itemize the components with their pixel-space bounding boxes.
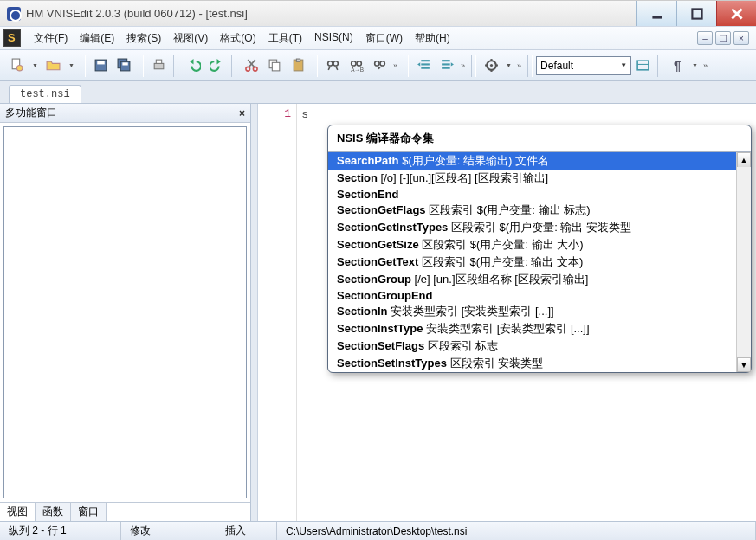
toolbar-overflow3-icon[interactable]: » (514, 61, 524, 70)
autocomplete-item[interactable]: Section [/o] [-][un.][区段名] [区段索引输出] (328, 170, 751, 187)
scroll-down-button[interactable]: ▼ (737, 357, 751, 372)
line-gutter: 1 (258, 104, 297, 521)
svg-point-37 (489, 64, 492, 67)
menu-format[interactable]: 格式(O) (214, 29, 262, 48)
open-file-button[interactable] (42, 55, 64, 77)
side-panel-header: 多功能窗口 × (0, 104, 250, 123)
svg-rect-1 (692, 9, 701, 18)
svg-rect-10 (122, 62, 127, 65)
maximize-button[interactable] (676, 1, 716, 26)
undo-button[interactable] (182, 55, 204, 77)
autocomplete-item[interactable]: SectionGroupEnd (328, 288, 751, 303)
print-button[interactable] (147, 55, 170, 77)
side-panel-title: 多功能窗口 (5, 106, 57, 120)
svg-point-26 (357, 61, 361, 66)
find-button[interactable] (321, 55, 344, 77)
svg-point-25 (351, 61, 355, 66)
cut-button[interactable] (240, 55, 262, 77)
svg-text:A→B: A→B (351, 67, 364, 73)
autocomplete-item[interactable]: SectionSetFlags 区段索引 标志 (328, 338, 751, 355)
scroll-up-button[interactable]: ▲ (737, 152, 751, 167)
code-editor[interactable]: 1 s NSIS 编译器命令集 SearchPath $(用户变量: 结果输出)… (258, 104, 756, 521)
save-button[interactable] (89, 55, 112, 77)
svg-rect-12 (156, 60, 161, 63)
menu-help[interactable]: 帮助(H) (409, 29, 456, 48)
svg-point-21 (327, 61, 332, 66)
toolbar-overflow-icon[interactable]: » (391, 61, 400, 70)
autocomplete-item[interactable]: SectionEnd (328, 187, 751, 202)
document-tabs: test.nsi (0, 81, 756, 104)
toolbar: ▼ ▼ A→B » » ▼ » Default▼ ¶ ▼ » (0, 50, 756, 81)
editor-logo-icon (3, 29, 21, 47)
paragraph-menu-button[interactable]: ▼ (688, 55, 701, 77)
menu-window[interactable]: 窗口(W) (359, 29, 409, 48)
status-position: 纵列 2 - 行 1 (0, 522, 121, 540)
autocomplete-item[interactable]: SearchPath $(用户变量: 结果输出) 文件名 (328, 152, 751, 170)
autocomplete-scrollbar[interactable]: ▲ ▼ (736, 152, 751, 372)
menu-edit[interactable]: 编辑(E) (74, 29, 120, 48)
side-panel: 多功能窗口 × 视图 函数 窗口 (0, 104, 251, 521)
status-filepath: C:\Users\Administrator\Desktop\test.nsi (277, 522, 756, 540)
preset-apply-button[interactable] (631, 55, 654, 77)
new-file-menu-button[interactable]: ▼ (29, 55, 41, 77)
svg-rect-42 (637, 61, 649, 70)
splitter[interactable] (251, 104, 258, 521)
menu-bar: 文件(F)编辑(E)搜索(S)视图(V)格式(O)工具(T)NSIS(N)窗口(… (0, 26, 756, 50)
minimize-button[interactable] (636, 1, 676, 26)
svg-point-22 (333, 61, 338, 66)
side-panel-tabs: 视图 函数 窗口 (0, 502, 250, 521)
svg-rect-18 (272, 62, 280, 71)
find-next-button[interactable] (368, 55, 391, 77)
autocomplete-item[interactable]: SectionGetSize 区段索引 $(用户变量: 输出 大小) (328, 236, 751, 254)
new-file-button[interactable] (5, 55, 28, 77)
side-tab-functions[interactable]: 函数 (36, 503, 71, 521)
redo-button[interactable] (205, 55, 228, 77)
menu-nsis[interactable]: NSIS(N) (308, 29, 359, 48)
mdi-close-button[interactable]: × (733, 31, 749, 45)
svg-line-23 (328, 67, 330, 70)
autocomplete-item[interactable]: SectionGroup [/e] [un.]区段组名称 [区段索引输出] (328, 271, 751, 288)
save-all-button[interactable] (113, 55, 135, 77)
side-tab-view[interactable]: 视图 (0, 503, 36, 521)
status-bar: 纵列 2 - 行 1 修改 插入 C:\Users\Administrator\… (0, 521, 756, 540)
menu-view[interactable]: 视图(V) (167, 29, 214, 48)
autocomplete-header: NSIS 编译器命令集 (328, 125, 751, 152)
autocomplete-item[interactable]: SectionGetInstTypes 区段索引 $(用户变量: 输出 安装类型 (328, 219, 751, 236)
status-insert-mode: 插入 (216, 522, 277, 540)
svg-rect-20 (296, 59, 300, 61)
status-modified: 修改 (121, 522, 216, 540)
unindent-button[interactable] (412, 55, 435, 77)
autocomplete-item[interactable]: SectionGetFlags 区段索引 $(用户变量: 输出 标志) (328, 202, 751, 219)
svg-line-16 (248, 60, 254, 68)
autocomplete-list[interactable]: SearchPath $(用户变量: 结果输出) 文件名Section [/o]… (328, 152, 751, 372)
svg-point-29 (380, 61, 384, 66)
close-button[interactable] (716, 1, 756, 26)
autocomplete-item[interactable]: SectionGetText 区段索引 $(用户变量: 输出 文本) (328, 254, 751, 271)
replace-button[interactable]: A→B (345, 55, 367, 77)
paste-button[interactable] (287, 55, 309, 77)
file-tab[interactable]: test.nsi (9, 85, 81, 103)
compile-button[interactable] (480, 55, 502, 77)
indent-button[interactable] (436, 55, 458, 77)
menu-file[interactable]: 文件(F) (28, 29, 74, 48)
preset-label: Default (540, 60, 573, 72)
preset-combo[interactable]: Default▼ (536, 56, 631, 75)
autocomplete-item[interactable]: SectionSetInstTypes 区段索引 安装类型 (328, 355, 751, 372)
side-tab-windows[interactable]: 窗口 (71, 503, 107, 521)
compile-menu-button[interactable]: ▼ (502, 55, 514, 77)
side-panel-body[interactable] (3, 126, 247, 498)
svg-line-15 (249, 60, 255, 68)
paragraph-marks-button[interactable]: ¶ (666, 55, 688, 77)
copy-button[interactable] (263, 55, 286, 77)
toolbar-overflow2-icon[interactable]: » (458, 61, 468, 70)
autocomplete-item[interactable]: SectionInstType 安装类型索引 [安装类型索引 [...]] (328, 320, 751, 338)
chevron-down-icon: ▼ (620, 61, 627, 69)
toolbar-overflow4-icon[interactable]: » (701, 61, 710, 70)
menu-search[interactable]: 搜索(S) (120, 29, 167, 48)
menu-tools[interactable]: 工具(T) (262, 29, 308, 48)
autocomplete-item[interactable]: SectionIn 安装类型索引 [安装类型索引 [...]] (328, 303, 751, 320)
side-panel-close-button[interactable]: × (239, 107, 245, 119)
mdi-restore-button[interactable]: ❐ (715, 31, 731, 45)
open-file-menu-button[interactable]: ▼ (65, 55, 77, 77)
mdi-minimize-button[interactable]: – (697, 31, 713, 45)
